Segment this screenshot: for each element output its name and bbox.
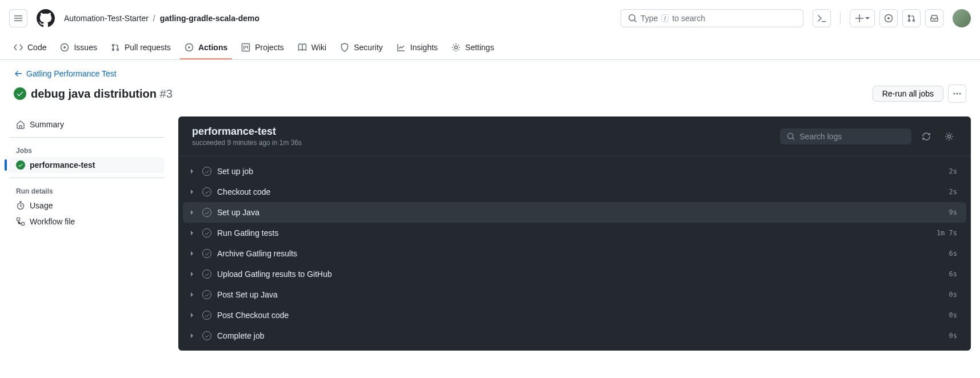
issue-icon xyxy=(60,43,69,52)
breadcrumb-org[interactable]: Automation-Test-Starter xyxy=(64,14,149,23)
log-header: performance-test succeeded 9 minutes ago… xyxy=(178,116,971,156)
check-icon xyxy=(202,208,211,217)
svg-rect-11 xyxy=(17,218,20,221)
step-row[interactable]: Set up Java 9s xyxy=(183,202,966,223)
stopwatch-icon xyxy=(16,201,25,210)
notifications-button[interactable] xyxy=(925,9,943,27)
step-row[interactable]: Complete job 0s xyxy=(178,325,971,346)
check-icon xyxy=(16,160,25,170)
tab-issues[interactable]: Issues xyxy=(55,37,101,59)
tab-pulls[interactable]: Pull requests xyxy=(106,37,175,59)
sidebar-summary[interactable]: Summary xyxy=(9,116,165,132)
log-search[interactable] xyxy=(780,128,911,144)
project-icon xyxy=(241,43,250,52)
svg-point-7 xyxy=(954,93,955,95)
gear-icon xyxy=(451,43,461,52)
tab-insights[interactable]: Insights xyxy=(392,37,442,59)
step-duration: 2s xyxy=(949,188,957,196)
kebab-icon xyxy=(953,89,962,98)
step-name: Set up Java xyxy=(217,208,949,217)
pulls-button[interactable] xyxy=(902,9,921,27)
refresh-button[interactable] xyxy=(918,128,934,144)
step-duration: 0s xyxy=(949,291,957,299)
sidebar-usage[interactable]: Usage xyxy=(9,198,165,214)
svg-point-9 xyxy=(959,93,961,95)
tab-code[interactable]: Code xyxy=(9,37,51,59)
search-icon xyxy=(787,132,795,141)
plus-icon xyxy=(855,14,864,23)
main-content: Summary Jobs performance-test Run detail… xyxy=(0,112,980,364)
sidebar-workflow-file[interactable]: Workflow file xyxy=(9,214,165,230)
tab-wiki[interactable]: Wiki xyxy=(293,37,331,59)
chevron-right-icon xyxy=(187,210,197,215)
step-row[interactable]: Post Checkout code 0s xyxy=(178,305,971,325)
step-duration: 6s xyxy=(949,250,957,258)
chevron-right-icon xyxy=(187,168,197,174)
breadcrumb: Automation-Test-Starter / gatling-gradle… xyxy=(64,14,259,23)
breadcrumb-repo[interactable]: gatling-gradle-scala-demo xyxy=(160,14,259,23)
step-row[interactable]: Checkout code 2s xyxy=(178,182,971,202)
chevron-right-icon xyxy=(187,251,197,256)
step-duration: 6s xyxy=(949,270,957,278)
step-row[interactable]: Archive Gatling results 6s xyxy=(178,243,971,264)
shield-icon xyxy=(340,43,349,52)
log-panel: performance-test succeeded 9 minutes ago… xyxy=(178,116,971,351)
check-icon xyxy=(202,249,211,258)
sidebar: Summary Jobs performance-test Run detail… xyxy=(5,116,165,351)
book-icon xyxy=(298,43,307,52)
tab-actions[interactable]: Actions xyxy=(180,37,232,59)
command-palette-button[interactable] xyxy=(813,9,831,27)
chevron-right-icon xyxy=(187,189,197,195)
workflow-header: Gatling Performance Test debug java dist… xyxy=(0,60,980,112)
chevron-right-icon xyxy=(187,312,197,318)
step-name: Post Checkout code xyxy=(217,311,949,320)
chevron-right-icon xyxy=(187,333,197,339)
tab-security[interactable]: Security xyxy=(335,37,387,59)
check-icon xyxy=(202,270,211,279)
create-new-button[interactable] xyxy=(850,9,875,27)
sync-icon xyxy=(922,132,931,141)
step-name: Post Set up Java xyxy=(217,290,949,299)
arrow-left-icon xyxy=(14,69,23,78)
log-settings-button[interactable] xyxy=(941,128,957,144)
search-slash: / xyxy=(661,14,669,22)
check-icon xyxy=(202,290,211,299)
caret-down-icon xyxy=(865,16,870,21)
search-input[interactable]: Type / to search xyxy=(621,9,803,27)
sidebar-divider xyxy=(9,137,165,138)
graph-icon xyxy=(397,43,406,52)
sidebar-job-performance-test[interactable]: performance-test xyxy=(9,157,165,173)
sidebar-run-details-heading: Run details xyxy=(9,183,165,198)
repo-tabs: Code Issues Pull requests Actions Projec… xyxy=(0,37,980,60)
chevron-right-icon xyxy=(187,292,197,297)
step-duration: 9s xyxy=(949,208,957,216)
home-icon xyxy=(16,120,25,129)
check-icon xyxy=(202,331,211,340)
step-row[interactable]: Post Set up Java 0s xyxy=(178,284,971,305)
hamburger-menu[interactable] xyxy=(9,9,27,27)
step-row[interactable]: Set up job 2s xyxy=(178,161,971,182)
log-search-input[interactable] xyxy=(799,132,905,141)
back-link[interactable]: Gatling Performance Test xyxy=(14,69,117,78)
step-row[interactable]: Upload Gatling results to GitHub 6s xyxy=(178,264,971,284)
search-suffix: to search xyxy=(672,14,705,23)
svg-rect-12 xyxy=(22,223,25,226)
svg-point-8 xyxy=(957,93,958,95)
github-logo[interactable] xyxy=(37,9,55,27)
check-icon xyxy=(202,167,211,176)
play-icon xyxy=(185,43,194,52)
step-name: Complete job xyxy=(217,331,949,340)
svg-point-3 xyxy=(63,46,66,49)
divider xyxy=(840,13,841,24)
rerun-button[interactable]: Re-run all jobs xyxy=(873,86,943,102)
step-name: Set up job xyxy=(217,167,949,176)
avatar[interactable] xyxy=(953,9,971,27)
sidebar-divider xyxy=(9,178,165,178)
step-row[interactable]: Run Gatling tests 1m 7s xyxy=(178,223,971,243)
tab-settings[interactable]: Settings xyxy=(447,37,499,59)
step-duration: 0s xyxy=(949,332,957,340)
more-actions-button[interactable] xyxy=(948,85,966,103)
tab-projects[interactable]: Projects xyxy=(237,37,289,59)
sidebar-jobs-heading: Jobs xyxy=(9,142,165,157)
issues-button[interactable] xyxy=(879,9,898,27)
